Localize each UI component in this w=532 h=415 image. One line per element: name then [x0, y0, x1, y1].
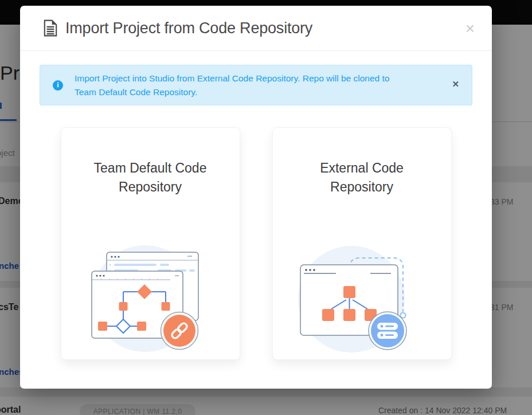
external-repo-illustration — [296, 239, 428, 354]
alert-close-icon[interactable]: ✕ — [452, 79, 459, 89]
link-badge — [161, 312, 198, 350]
repository-options: Team Default Code Repository — [20, 127, 492, 360]
modal-title: Import Project from Code Repository — [65, 19, 312, 37]
info-alert: i Import Project into Studio from Extern… — [40, 65, 472, 105]
info-icon: i — [53, 80, 63, 91]
import-project-modal: Import Project from Code Repository × i … — [20, 6, 492, 389]
close-icon[interactable]: × — [466, 23, 475, 34]
document-icon — [43, 19, 58, 37]
server-badge — [369, 312, 406, 350]
alert-message: Import Project into Studio from External… — [75, 72, 413, 99]
option-title: Team Default Code Repository — [84, 159, 216, 197]
option-title: External Code Repository — [296, 159, 428, 197]
option-external-code-repository[interactable]: External Code Repository — [272, 127, 452, 360]
modal-header: Import Project from Code Repository × — [20, 6, 492, 51]
flowchart-windows-illustration — [90, 239, 210, 354]
screen: Pro oject Demo 33 PM nche csTe 31 PM nch… — [0, 0, 532, 415]
option-team-default-code-repository[interactable]: Team Default Code Repository — [61, 127, 240, 360]
